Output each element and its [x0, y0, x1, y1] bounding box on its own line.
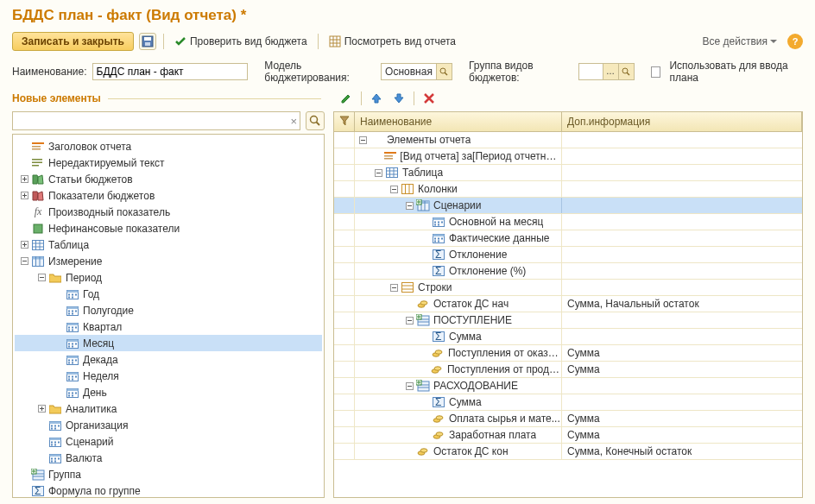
- collapse-icon[interactable]: [405, 201, 414, 211]
- collapse-icon[interactable]: [389, 185, 399, 194]
- model-select[interactable]: Основная: [381, 63, 452, 80]
- tree-item[interactable]: Организация: [15, 417, 322, 433]
- clear-icon[interactable]: ×: [290, 115, 297, 128]
- grid-row[interactable]: ΣСумма: [334, 329, 802, 345]
- expand-icon[interactable]: [37, 404, 47, 413]
- ellipsis-icon[interactable]: …: [603, 64, 618, 79]
- grid-row[interactable]: Основной на месяц: [334, 214, 802, 230]
- collapse-icon[interactable]: [20, 256, 29, 266]
- save-icon-button[interactable]: [139, 33, 156, 50]
- grid-row[interactable]: [Вид отчета] за[Период отчетности]: [334, 148, 802, 165]
- svg-rect-48: [68, 296, 70, 298]
- svg-rect-156: [438, 224, 439, 226]
- tree-item[interactable]: Статьи бюджетов: [15, 171, 322, 187]
- tree-item[interactable]: Нефинансовые показатели: [15, 220, 322, 236]
- tree-item[interactable]: ΣФормула по группе: [15, 482, 322, 498]
- search-input[interactable]: [12, 111, 300, 130]
- grid-row-label: Отклонение: [449, 249, 507, 261]
- edit-icon[interactable]: [338, 91, 354, 106]
- tree-item[interactable]: Сценарий: [15, 433, 322, 450]
- expand-icon[interactable]: [20, 240, 29, 249]
- grid-row[interactable]: ΣОтклонение: [334, 247, 802, 263]
- all-actions-dropdown[interactable]: Все действия: [703, 35, 777, 47]
- header-icon: [383, 150, 396, 162]
- svg-rect-67: [72, 343, 73, 344]
- svg-rect-56: [72, 312, 73, 314]
- svg-rect-19: [32, 165, 39, 167]
- search-button[interactable]: [306, 111, 325, 130]
- save-close-button[interactable]: Записать и закрыть: [12, 32, 134, 51]
- col-info-header[interactable]: Доп.информация: [562, 112, 802, 131]
- col-name-header[interactable]: Наименование: [355, 112, 562, 131]
- collapse-icon[interactable]: [358, 135, 368, 145]
- grid-row[interactable]: Таблица: [334, 165, 802, 181]
- elements-tree[interactable]: Заголовок отчетаНередактируемый текстСта…: [12, 134, 325, 498]
- tree-item[interactable]: Неделя: [15, 368, 322, 384]
- calendar-icon: [66, 305, 79, 317]
- grid-row[interactable]: Элементы отчета: [334, 132, 802, 148]
- group-select[interactable]: …: [578, 63, 634, 80]
- check-budget-button[interactable]: Проверить вид бюджета: [171, 34, 311, 49]
- grid-row[interactable]: ПОСТУПЛЕНИЕ: [334, 312, 802, 329]
- grid-row[interactable]: Поступления от оказа...Сумма: [334, 345, 802, 362]
- lookup-icon[interactable]: [618, 64, 634, 79]
- collapse-icon[interactable]: [374, 168, 383, 178]
- tree-item-label: Валюта: [66, 452, 102, 464]
- tree-item[interactable]: Группа: [15, 466, 322, 482]
- grid-row[interactable]: ΣСумма: [334, 394, 802, 411]
- grid-row[interactable]: Сценарии: [334, 198, 802, 214]
- svg-line-13: [317, 123, 320, 126]
- grid-row[interactable]: Поступления от прода...Сумма: [334, 362, 802, 378]
- tree-item[interactable]: Декада: [15, 351, 322, 368]
- tree-item[interactable]: День: [15, 384, 322, 400]
- svg-rect-52: [68, 310, 70, 312]
- collapse-icon[interactable]: [405, 381, 414, 391]
- expand-icon[interactable]: [20, 174, 29, 184]
- tree-item[interactable]: Валюта: [15, 450, 322, 466]
- lookup-icon[interactable]: [436, 64, 452, 79]
- view-report-button[interactable]: Посмотреть вид отчета: [325, 34, 459, 49]
- group-plus-icon: [416, 380, 430, 392]
- tree-item[interactable]: Таблица: [15, 236, 322, 253]
- tree-item[interactable]: Нередактируемый текст: [15, 154, 322, 171]
- arrow-up-icon[interactable]: [369, 91, 384, 106]
- name-input[interactable]: [92, 63, 249, 80]
- tree-item[interactable]: Заголовок отчета: [15, 138, 322, 154]
- svg-rect-154: [441, 222, 443, 224]
- tree-item[interactable]: fxПроизводный показатель: [15, 204, 322, 220]
- grid-row[interactable]: Фактические данные: [334, 230, 802, 247]
- arrow-down-icon[interactable]: [391, 91, 407, 106]
- tree-item[interactable]: Аналитика: [15, 400, 322, 417]
- tree-item[interactable]: Месяц: [15, 335, 322, 351]
- tree-item[interactable]: Измерение: [15, 253, 322, 269]
- tree-item[interactable]: Показатели бюджетов: [15, 187, 322, 204]
- delete-icon[interactable]: [421, 91, 437, 106]
- expand-icon[interactable]: [20, 191, 29, 200]
- grid-row[interactable]: Оплата сырья и мате...Сумма: [334, 411, 802, 427]
- tree-item[interactable]: Период: [15, 269, 322, 286]
- tree-item-label: Период: [66, 272, 102, 284]
- collapse-icon[interactable]: [405, 316, 414, 325]
- grid-row[interactable]: Остаток ДС начСумма, Начальный остаток: [334, 296, 802, 312]
- model-label: Модель бюджетирования:: [264, 60, 376, 84]
- table-icon: [329, 35, 341, 47]
- filter-icon[interactable]: [334, 112, 355, 131]
- grid-row-info: Сумма, Начальный остаток: [562, 298, 802, 310]
- help-button[interactable]: ?: [787, 34, 803, 49]
- use-for-plan-checkbox[interactable]: [651, 66, 661, 78]
- tree-item[interactable]: Квартал: [15, 318, 322, 335]
- svg-rect-47: [75, 293, 77, 295]
- grid-row[interactable]: Заработная платаСумма: [334, 427, 802, 444]
- structure-grid[interactable]: Наименование Доп.информация Элементы отч…: [333, 111, 803, 498]
- collapse-icon[interactable]: [389, 283, 399, 293]
- tree-item[interactable]: Полугодие: [15, 302, 322, 318]
- book-red-icon: [31, 190, 45, 202]
- grid-row[interactable]: ΣОтклонение (%): [334, 263, 802, 280]
- grid-row[interactable]: Колонки: [334, 181, 802, 198]
- grid-row[interactable]: Строки: [334, 280, 802, 296]
- grid-row[interactable]: Остаток ДС конСумма, Конечный остаток: [334, 444, 802, 460]
- collapse-icon[interactable]: [37, 273, 47, 282]
- grid-row[interactable]: РАСХОДОВАНИЕ: [334, 378, 802, 394]
- rows-icon: [401, 281, 414, 293]
- tree-item[interactable]: Год: [15, 286, 322, 302]
